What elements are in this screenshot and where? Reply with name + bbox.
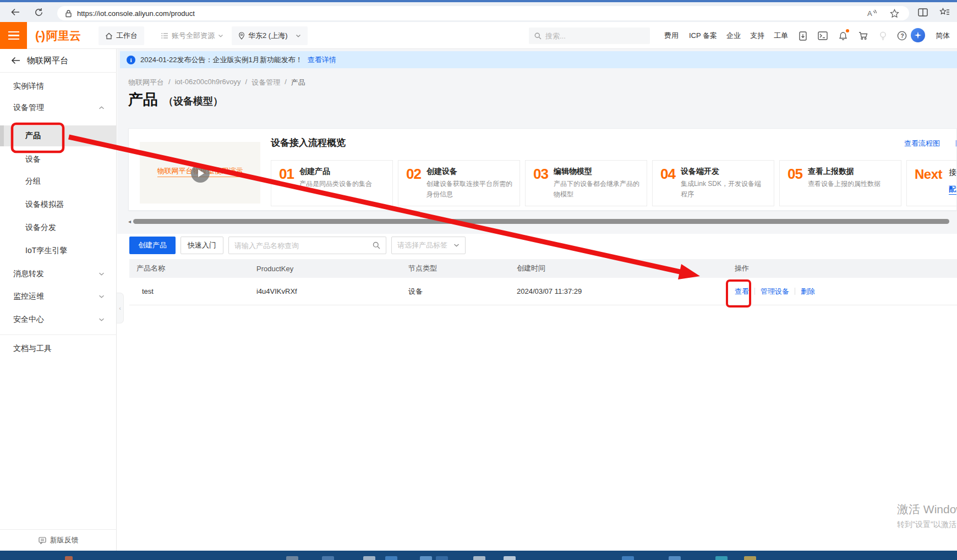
cart-icon[interactable]	[856, 29, 869, 42]
breadcrumb-instance[interactable]: iot-06z00c0h9r6voyy	[175, 78, 241, 87]
horizontal-scrollbar[interactable]: ◂	[128, 218, 957, 224]
taskbar-icon[interactable]	[669, 556, 681, 560]
sidebar-item-iot-twin-engine[interactable]: IoT孪生引擎	[0, 240, 117, 261]
cell-created-at: 2024/03/07 11:37:29	[517, 287, 735, 295]
language-switch[interactable]: 简体	[936, 22, 950, 49]
delete-action-link[interactable]: 删除	[801, 287, 815, 297]
sidebar-item-device[interactable]: 设备	[0, 149, 117, 170]
chevron-down-icon	[218, 34, 223, 38]
lock-icon	[65, 9, 72, 18]
taskbar-icon[interactable]	[436, 556, 448, 560]
taskbar-icon[interactable]	[504, 556, 516, 560]
sidebar-collapse-handle[interactable]: ‹	[117, 293, 124, 323]
create-product-button[interactable]: 创建产品	[129, 237, 176, 254]
product-search-input[interactable]	[234, 241, 373, 250]
cell-product-name: test	[129, 287, 256, 295]
nav-link-billing[interactable]: 费用	[664, 22, 679, 49]
breadcrumb: 物联网平台 / iot-06z00c0h9r6voyy / 设备管理 / 产品	[128, 78, 305, 87]
taskbar-icon[interactable]	[622, 556, 634, 560]
taskbar-icon[interactable]	[715, 556, 728, 560]
address-bar[interactable]: https://iot.console.aliyun.com/product A	[57, 6, 909, 20]
sidebar-back-icon[interactable]	[11, 57, 20, 64]
nav-link-icp[interactable]: ICP 备案	[689, 22, 717, 49]
products-menu-button[interactable]	[0, 22, 27, 49]
sidebar-item-docs-tools[interactable]: 文档与工具	[0, 338, 117, 359]
aliyun-logo[interactable]: (-) 阿里云	[35, 22, 81, 49]
flow-step-edit-model[interactable]: 03 编辑物模型 产品下的设备都会继承产品的物模型	[525, 160, 647, 206]
sidebar-item-product[interactable]: 产品	[0, 125, 117, 146]
view-flow-diagram-link[interactable]: 查看流程图	[904, 139, 940, 149]
windows-taskbar[interactable]	[0, 551, 957, 560]
console-search-input[interactable]	[545, 32, 633, 40]
sidebar-item-monitoring-ops[interactable]: 监控运维	[0, 286, 117, 307]
feedback-icon	[39, 537, 46, 544]
taskbar-icon[interactable]	[65, 556, 73, 560]
taskbar-icon[interactable]	[385, 556, 397, 560]
sidebar-title: 物联网平台	[27, 56, 68, 66]
cloudshell-terminal-icon[interactable]	[816, 29, 829, 42]
browser-back-icon[interactable]	[9, 6, 22, 19]
nav-link-tickets[interactable]: 工单	[774, 22, 788, 49]
tutorial-video-thumbnail[interactable]: 物联网平台物模型使用演示	[140, 142, 260, 204]
taskbar-icon[interactable]	[420, 556, 432, 560]
play-button[interactable]	[191, 164, 210, 183]
taskbar-icon[interactable]	[322, 556, 334, 560]
nav-link-enterprise[interactable]: 企业	[726, 22, 741, 49]
flow-step-view-data[interactable]: 05 查看上报数据 查看设备上报的属性数据	[779, 160, 901, 206]
breadcrumb-device-mgmt[interactable]: 设备管理	[251, 78, 280, 87]
help-icon[interactable]: ?	[895, 29, 909, 42]
sidebar-item-message-forwarding[interactable]: 消息转发	[0, 263, 117, 284]
svg-text:A: A	[867, 9, 872, 18]
sidebar-item-group[interactable]: 分组	[0, 171, 117, 192]
sidebar-item-device-distribution[interactable]: 设备分发	[0, 217, 117, 238]
split-screen-icon[interactable]	[916, 6, 929, 19]
manage-devices-action-link[interactable]: 管理设备	[761, 287, 789, 297]
quick-start-button[interactable]: 快速入门	[181, 237, 223, 254]
play-icon	[198, 169, 204, 177]
breadcrumb-platform[interactable]: 物联网平台	[128, 78, 164, 87]
url-text[interactable]: https://iot.console.aliyun.com/product	[77, 9, 867, 18]
lightbulb-icon[interactable]	[876, 29, 889, 42]
taskbar-icon[interactable]	[286, 556, 298, 560]
configure-data-link[interactable]: 配置数据	[949, 184, 957, 195]
chevron-down-icon	[453, 243, 460, 248]
workbench-button[interactable]: 工作台	[99, 26, 144, 45]
feedback-button[interactable]: 新版反馈	[0, 529, 117, 551]
taskbar-icon[interactable]	[744, 556, 756, 560]
sidebar-item-security-center[interactable]: 安全中心	[0, 309, 117, 330]
announcement-detail-link[interactable]: 查看详情	[308, 55, 336, 65]
flow-next-card[interactable]: Next 接下来， 配置数据	[906, 160, 957, 206]
product-search-box[interactable]	[228, 237, 386, 254]
account-resources-selector[interactable]: 账号全部资源	[155, 26, 230, 45]
nav-link-support[interactable]: 支持	[750, 22, 764, 49]
view-action-link[interactable]: 查看	[735, 287, 749, 297]
info-icon: i	[127, 56, 135, 64]
location-pin-icon	[238, 32, 245, 40]
flow-step-device-dev[interactable]: 04 设备端开发 集成Link SDK，开发设备端程序	[652, 160, 774, 206]
sidebar-item-instance-details[interactable]: 实例详情	[0, 76, 117, 97]
resource-list-icon	[161, 32, 168, 39]
page-title: 产品	[128, 90, 158, 109]
taskbar-icon[interactable]	[473, 556, 485, 560]
collections-icon[interactable]	[938, 6, 951, 19]
region-selector[interactable]: 华东2 (上海)	[232, 26, 308, 45]
product-tag-select[interactable]: 请选择产品标签	[391, 237, 466, 254]
scroll-left-arrow[interactable]: ◂	[128, 218, 131, 224]
mobile-app-icon[interactable]	[796, 29, 810, 42]
console-search[interactable]	[529, 28, 650, 44]
product-table-header: 产品名称 ProductKey 节点类型 创建时间 操作	[129, 259, 957, 278]
taskbar-icon[interactable]	[363, 556, 375, 560]
notifications-bell-icon[interactable]	[836, 29, 850, 42]
scrollbar-thumb[interactable]	[133, 219, 949, 224]
user-avatar[interactable]	[911, 28, 925, 42]
flow-heading: 设备接入流程概览	[271, 136, 346, 149]
sidebar-item-device-management[interactable]: 设备管理	[0, 97, 117, 118]
sidebar-item-device-simulator[interactable]: 设备模拟器	[0, 194, 117, 215]
col-created-at: 创建时间	[517, 263, 735, 273]
search-icon	[373, 241, 380, 249]
flow-step-create-product[interactable]: 01 创建产品 产品是同品类设备的集合	[271, 160, 393, 206]
browser-refresh-icon[interactable]	[32, 6, 45, 19]
flow-step-create-device[interactable]: 02 创建设备 创建设备获取连接平台所需的身份信息	[398, 160, 520, 206]
favorite-star-icon[interactable]	[890, 9, 899, 18]
read-aloud-icon[interactable]: A	[867, 9, 878, 18]
